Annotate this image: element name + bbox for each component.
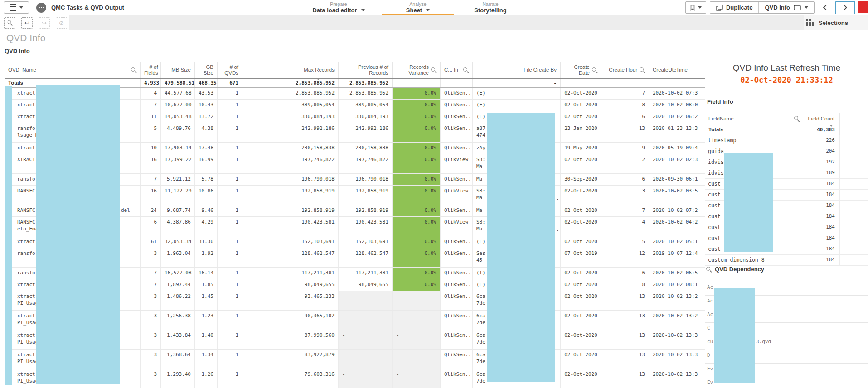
num-qvds-cell: 1 [218, 236, 242, 248]
create-utc-time-cell: 2020-05-19 09:4 [649, 143, 705, 154]
column-header-num-fields[interactable]: # of Fields [141, 62, 161, 78]
nav-prepare[interactable]: Prepare Data load editor [305, 0, 373, 15]
search-icon[interactable] [640, 67, 645, 73]
smart-search-button[interactable] [4, 17, 15, 29]
topbar-actions: Duplicate QVD Info [685, 0, 855, 15]
max-records-cell: 389,805,054 [242, 100, 339, 111]
redaction-overlay [714, 288, 755, 383]
column-header-create-date[interactable]: Create Date [561, 62, 601, 78]
create-hour-cell: 13 [601, 350, 649, 369]
num-qvds-cell: 1 [218, 279, 242, 291]
nav-narrate[interactable]: Narrate Storytelling [463, 0, 518, 15]
records-variance-cell: - [393, 369, 441, 388]
column-header-max-records[interactable]: Max Records [242, 62, 339, 78]
create-date-cell: 02-Oct-2020 [561, 154, 601, 173]
column-label: Create Date [564, 64, 590, 76]
created-in-cell: QlikSen... [441, 268, 473, 279]
gb-size-cell: 9.46 [195, 205, 218, 216]
global-menu-button[interactable] [4, 1, 29, 14]
mb-size-cell: 4,387.86 [161, 217, 195, 236]
search-icon[interactable] [463, 67, 469, 73]
column-label: MB Size [165, 67, 191, 73]
num-qvds-cell: 1 [218, 217, 242, 236]
max-records-cell: 196,790,018 [242, 174, 339, 185]
column-header-create-utc-time[interactable]: CreateUtcTime [649, 62, 705, 78]
redaction-overlay [487, 113, 555, 382]
search-icon[interactable] [592, 67, 597, 73]
search-icon[interactable] [706, 267, 712, 272]
previous-records-cell: 230,158,838 [339, 143, 393, 154]
column-label: FieldName [708, 116, 734, 121]
field-count-cell: 184 [803, 233, 840, 244]
gb-size-cell: 1.23 [195, 311, 218, 330]
gb-size-cell: 10.86 [195, 186, 218, 205]
create-date-cell: 02-Oct-2020 [561, 291, 601, 310]
column-label: C... In [444, 67, 461, 73]
previous-sheet-button[interactable] [818, 2, 832, 14]
field-info-row[interactable]: timestamp226 [705, 135, 868, 146]
num-fields-cell: 3 [141, 311, 161, 330]
num-qvds-cell: 1 [218, 100, 242, 111]
clear-selections-button[interactable]: ⊘ [56, 17, 67, 29]
column-header-records-variance[interactable]: Records Variance [393, 62, 441, 78]
duplicate-button[interactable]: Duplicate [710, 2, 759, 13]
totals-previous-records: 2,853,885,952 [339, 79, 393, 87]
num-fields-cell: 3 [141, 350, 161, 369]
num-qvds-cell: 1 [218, 154, 242, 173]
nav-section-label: Analyze [409, 1, 426, 7]
max-records-cell: 83,922,879 [242, 350, 339, 369]
sheet-selector-label: QVD Info [765, 4, 790, 11]
sheet-title: QVD Info [6, 33, 45, 43]
column-header-field-name[interactable]: FieldName [705, 113, 803, 125]
column-header-field-count[interactable]: Field Count [803, 113, 840, 125]
dependency-name-fragment: C [707, 325, 710, 331]
chevron-down-icon [426, 9, 430, 11]
app-thumbnail-icon[interactable] [36, 3, 46, 13]
chevron-left-icon [823, 5, 827, 10]
nav-analyze[interactable]: Analyze Sheet [382, 0, 454, 15]
column-header-create-hour[interactable]: Create Hour [601, 62, 649, 78]
create-hour-cell: 9 [601, 143, 649, 154]
search-icon[interactable] [794, 116, 800, 121]
column-header-mb-size[interactable]: MB Size [161, 62, 195, 78]
create-utc-time-cell: 2019-10-07 12:4 [649, 248, 705, 267]
column-header-gb-size[interactable]: GB Size [195, 62, 218, 78]
bookmarks-button[interactable] [685, 1, 706, 14]
field-count-cell: 189 [803, 168, 840, 178]
create-utc-time-cell: 2020-10-02 06:5 [649, 268, 705, 279]
records-variance-cell: - [393, 311, 441, 330]
previous-records-cell: - [339, 311, 393, 330]
nav-item-label: Sheet [406, 7, 422, 14]
num-fields-cell: 5 [141, 123, 161, 142]
next-sheet-button[interactable] [835, 1, 855, 14]
previous-records-cell: 192,858,919 [339, 205, 393, 216]
search-icon[interactable] [131, 67, 136, 73]
previous-records-cell: 330,084,193 [339, 111, 393, 123]
search-icon[interactable] [431, 67, 436, 73]
column-header-num-qvds[interactable]: # of QVDs [218, 62, 242, 78]
column-header-file-create-by[interactable]: File Create By [473, 62, 561, 78]
field-info-row[interactable]: custom_dimension_8184 [705, 255, 868, 266]
selections-forward-button[interactable]: ↪ [39, 17, 50, 29]
records-variance-cell: 0.0% [393, 268, 441, 279]
max-records-cell: 242,992,186 [242, 123, 339, 142]
num-qvds-cell: 1 [218, 205, 242, 216]
sheet-selector[interactable]: QVD Info [758, 2, 814, 13]
num-fields-cell: 61 [141, 236, 161, 248]
column-header-created-in[interactable]: C... In [441, 62, 473, 78]
records-variance-cell: - [393, 291, 441, 310]
totals-created-in [441, 79, 473, 87]
field-count-cell: 184 [803, 244, 840, 254]
created-in-cell: QlikSen... [441, 205, 473, 216]
selections-back-button[interactable]: ↩ [21, 17, 33, 29]
field-count-cell: 184 [803, 222, 840, 233]
column-header-qvd-name[interactable]: QVD_Name [5, 62, 141, 78]
previous-records-cell: 242,992,186 [339, 123, 393, 142]
column-header-previous-records[interactable]: Previous # of Records [339, 62, 393, 78]
totals-variance [393, 79, 441, 87]
table-header-row: QVD_Name # of Fields MB Size GB Size # o… [5, 62, 705, 79]
max-records-cell: 117,211,381 [242, 268, 339, 279]
selections-tool-button[interactable]: Selections [804, 15, 868, 30]
field-name-cell: timestamp [705, 135, 803, 146]
field-info-header-row: FieldName Field Count [705, 113, 868, 125]
